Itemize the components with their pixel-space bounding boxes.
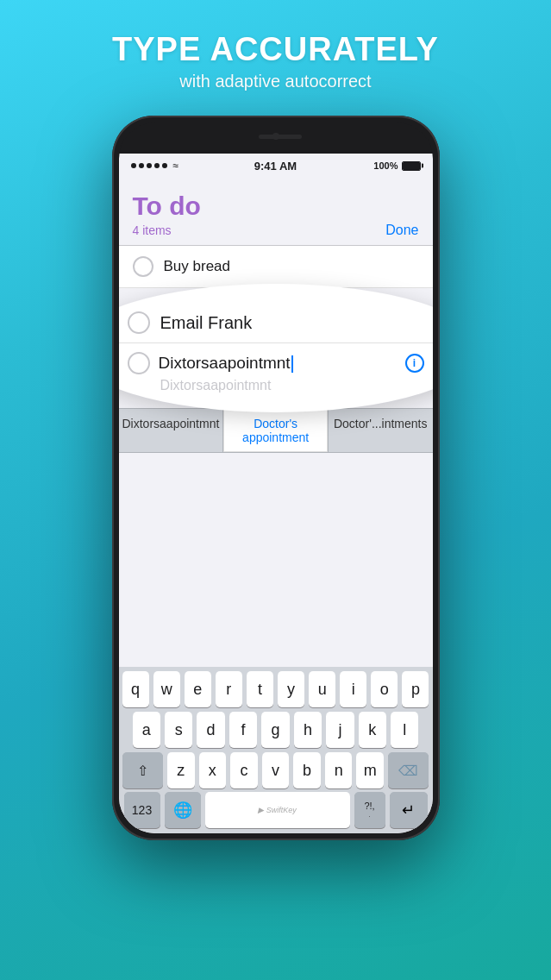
keyboard-row-3: ⇧ z x c v b n m ⌫ [119, 748, 433, 788]
list-item-1: Buy bread [119, 246, 433, 288]
battery-icon [402, 161, 421, 171]
wifi-icon: ≈ [173, 160, 179, 172]
info-button[interactable]: i [405, 354, 424, 373]
key-j[interactable]: j [326, 712, 354, 748]
key-t[interactable]: t [247, 671, 273, 707]
key-q[interactable]: q [122, 671, 149, 707]
checkbox-2[interactable] [128, 311, 150, 334]
key-w[interactable]: w [153, 671, 180, 707]
key-o[interactable]: o [371, 671, 398, 707]
suggestion-3[interactable]: Doctor'...intments [329, 409, 433, 452]
key-shift[interactable]: ⇧ [122, 752, 163, 788]
swiftkey-watermark: ▶ SwiftKey [258, 806, 297, 814]
signal-dot-3 [147, 163, 152, 168]
list-text-1: Buy bread [164, 258, 231, 275]
key-p[interactable]: p [402, 671, 429, 707]
checkbox-1[interactable] [133, 256, 153, 277]
items-count: 4 items [133, 223, 172, 237]
screen-content: To do 4 items Done Buy bread [119, 178, 433, 833]
key-e[interactable]: e [185, 671, 211, 707]
app-screen: To do 4 items Done Buy bread [119, 178, 433, 833]
keyboard-bottom-row: 123 🌐 ▶ SwiftKey ?!, . ↵ [119, 788, 433, 833]
status-right: 100% [373, 160, 420, 171]
app-subtitle-row: 4 items Done [133, 223, 419, 238]
key-v[interactable]: v [262, 752, 290, 788]
email-frank-row: Email Frank [128, 308, 424, 342]
magnify-bubble: Email Frank Dixtorsaapointmnt i [119, 284, 433, 412]
header-title: TYPE ACCURATELY [112, 31, 439, 68]
key-globe[interactable]: 🌐 [165, 792, 201, 828]
editing-text-container: Dixtorsaapointmnt [159, 354, 397, 374]
signal-dot-1 [131, 163, 136, 168]
key-g[interactable]: g [261, 712, 289, 748]
key-h[interactable]: h [294, 712, 322, 748]
key-d[interactable]: d [197, 712, 224, 748]
key-a[interactable]: a [133, 712, 160, 748]
done-button[interactable]: Done [385, 223, 418, 238]
suggestions-bar: Dixtorsaapointmnt Doctor's appointment D… [119, 408, 433, 453]
key-n[interactable]: n [325, 752, 353, 788]
key-m[interactable]: m [356, 752, 384, 788]
magnify-zone: Email Frank Dixtorsaapointmnt i [119, 288, 433, 408]
key-i[interactable]: i [340, 671, 366, 707]
edit-checkbox[interactable] [128, 352, 150, 374]
period-label: . [368, 811, 371, 819]
typed-text: Dixtorsaapointmnt [159, 354, 291, 372]
key-delete[interactable]: ⌫ [388, 752, 429, 788]
key-r[interactable]: r [216, 671, 242, 707]
key-s[interactable]: s [165, 712, 192, 748]
phone-frame: ≈ 9:41 AM 100% To do 4 items Done [112, 116, 440, 840]
app-title: To do [133, 192, 419, 221]
key-return[interactable]: ↵ [390, 792, 428, 828]
keyboard: q w e r t y u i o p a s [119, 667, 433, 833]
key-u[interactable]: u [309, 671, 335, 707]
list-section: Buy bread [119, 246, 433, 288]
editing-row: Dixtorsaapointmnt i [128, 343, 424, 378]
signal-dot-4 [154, 163, 160, 168]
key-b[interactable]: b [293, 752, 321, 788]
signal-dot-5 [162, 163, 167, 168]
list-text-2: Email Frank [160, 313, 253, 333]
keyboard-row-2: a s d f g h j k l [119, 707, 433, 748]
text-cursor [291, 355, 293, 373]
autocomplete-hint: Dixtorsaapointmnt [128, 378, 424, 393]
header-section: TYPE ACCURATELY with adaptive autocorrec… [112, 0, 439, 91]
battery-percentage: 100% [373, 160, 398, 171]
app-header: To do 4 items Done [119, 178, 433, 245]
key-y[interactable]: y [278, 671, 304, 707]
battery-fill [403, 162, 420, 170]
key-l[interactable]: l [391, 712, 418, 748]
suggestion-2[interactable]: Doctor's appointment [223, 409, 329, 452]
speaker [259, 135, 302, 139]
key-num[interactable]: 123 [124, 792, 160, 828]
phone-inner: ≈ 9:41 AM 100% To do 4 items Done [119, 122, 433, 833]
key-punctuation[interactable]: ?!, . [354, 792, 385, 828]
key-z[interactable]: z [167, 752, 195, 788]
phone-top-bar [119, 122, 433, 154]
keyboard-row-1: q w e r t y u i o p [119, 667, 433, 707]
signal-dot-2 [139, 163, 144, 168]
key-f[interactable]: f [229, 712, 257, 748]
status-left: ≈ [131, 160, 179, 172]
key-space[interactable]: ▶ SwiftKey [205, 792, 350, 828]
status-bar: ≈ 9:41 AM 100% [119, 154, 433, 178]
header-subtitle: with adaptive autocorrect [112, 72, 439, 91]
space-content: ▶ SwiftKey [258, 806, 297, 814]
key-k[interactable]: k [359, 712, 386, 748]
key-x[interactable]: x [199, 752, 227, 788]
status-time: 9:41 AM [254, 160, 297, 173]
suggestion-1[interactable]: Dixtorsaapointmnt [119, 409, 224, 452]
num-label: 123 [132, 803, 152, 817]
key-c[interactable]: c [230, 752, 258, 788]
